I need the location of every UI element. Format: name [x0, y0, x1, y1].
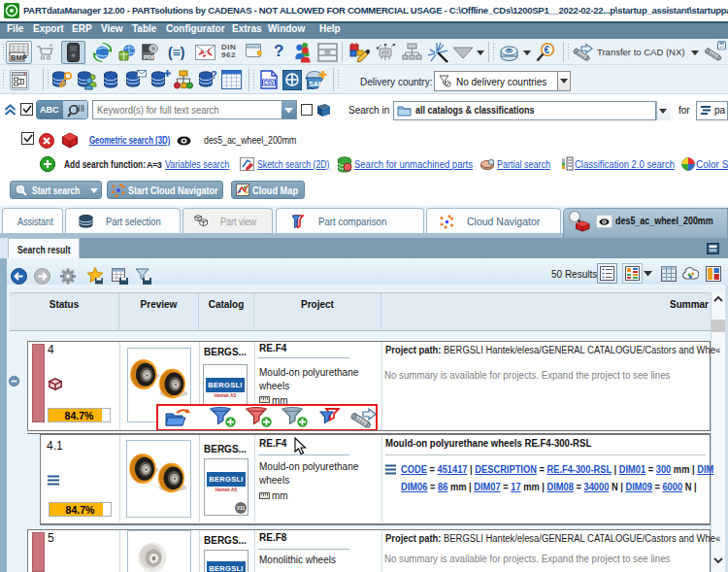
svg-text:CSV: CSV	[263, 80, 275, 85]
svg-text:€: €	[545, 45, 550, 55]
svg-text:?: ?	[211, 70, 217, 81]
svg-text:BMP: BMP	[11, 53, 27, 62]
svg-text:SAP: SAP	[309, 81, 323, 87]
svg-text:PDF: PDF	[144, 54, 155, 60]
